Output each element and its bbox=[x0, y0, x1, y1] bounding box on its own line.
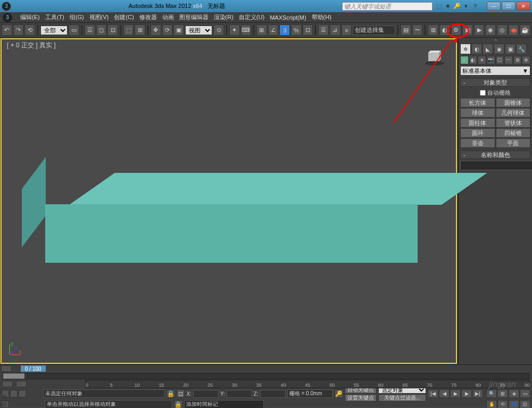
refcoord-dropdown[interactable]: 视图 bbox=[185, 26, 213, 35]
torus-button[interactable]: 圆环 bbox=[460, 128, 495, 138]
nav-fov-button[interactable]: ▭ bbox=[520, 389, 530, 398]
lock-selection-button[interactable]: 🔒 bbox=[167, 389, 175, 398]
menu-group[interactable]: 组(G) bbox=[67, 13, 87, 21]
menu-app-icon[interactable]: 3 bbox=[3, 13, 12, 22]
nav-zoomall-button[interactable]: ⊞ bbox=[497, 389, 508, 398]
objecttype-rollout[interactable]: 对象类型 bbox=[460, 78, 530, 87]
hierarchy-tab[interactable]: ◣ bbox=[483, 44, 493, 54]
goto-end-button[interactable]: ▶| bbox=[472, 389, 483, 398]
teapot-obj-button[interactable]: 茶壶 bbox=[460, 138, 495, 148]
snap-2d-button[interactable]: ⊞ bbox=[256, 24, 267, 36]
rectangle-select-button[interactable]: ◻ bbox=[96, 24, 107, 36]
favorite-icon[interactable]: ★ bbox=[444, 3, 452, 10]
geosphere-button[interactable]: 几何球体 bbox=[496, 108, 531, 118]
rotate-button[interactable]: ⟳ bbox=[162, 24, 173, 36]
window-crossing-button[interactable]: ⊡ bbox=[107, 24, 118, 36]
trackbar-btn1[interactable] bbox=[2, 381, 13, 387]
utilities-tab[interactable]: 🔧 bbox=[516, 44, 527, 54]
select-button[interactable]: ⬚ bbox=[123, 24, 134, 36]
keyboard-shortcut-button[interactable]: ⌨ bbox=[241, 24, 252, 36]
activeshade-button[interactable]: ◎ bbox=[497, 24, 508, 36]
keyfilter-button[interactable]: 关键点过滤器... bbox=[378, 394, 426, 402]
y-input[interactable] bbox=[227, 390, 252, 398]
paint-select-button[interactable]: ⊞ bbox=[135, 24, 145, 36]
menu-modifiers[interactable]: 修改器 bbox=[137, 13, 160, 21]
curve-editor-button[interactable]: 〜 bbox=[412, 24, 423, 36]
autogrid-checkbox[interactable] bbox=[480, 90, 486, 96]
goto-start-button[interactable]: |◀ bbox=[428, 389, 438, 398]
geometry-subtab[interactable]: ○ bbox=[460, 56, 469, 64]
object-name-input[interactable] bbox=[460, 161, 532, 170]
undo-button[interactable]: ↶ bbox=[2, 24, 12, 36]
systems-subtab[interactable]: ⚙ bbox=[513, 56, 522, 64]
menu-grapheditors[interactable]: 图形编辑器 bbox=[177, 13, 211, 21]
infocenter-icon[interactable]: ⬚ bbox=[435, 3, 443, 10]
frame-indicator[interactable]: 0 / 100 bbox=[21, 365, 46, 372]
scroll-up-icon[interactable]: ⌃ bbox=[460, 39, 530, 44]
pivot-button[interactable]: ⊙ bbox=[213, 24, 224, 36]
nav-pan-button[interactable]: ✋ bbox=[486, 400, 497, 408]
minimaxbtn3[interactable] bbox=[19, 390, 26, 397]
menu-tools[interactable]: 工具(T) bbox=[43, 13, 67, 21]
menu-animation[interactable]: 动画 bbox=[160, 13, 177, 21]
menu-customize[interactable]: 自定义(U) bbox=[236, 13, 267, 21]
sphere-button[interactable]: 球体 bbox=[460, 108, 495, 118]
box-button[interactable]: 长方体 bbox=[460, 98, 495, 107]
time-slider[interactable] bbox=[3, 373, 529, 379]
nav-orbit-button[interactable]: ⟲ bbox=[497, 400, 508, 408]
schematic-view-button[interactable]: ⊞ bbox=[428, 24, 438, 36]
menu-help[interactable]: 帮助(H) bbox=[309, 13, 334, 21]
cameras-subtab[interactable]: 📷 bbox=[487, 56, 495, 64]
move-button[interactable]: ✥ bbox=[151, 24, 161, 36]
lock-button2[interactable]: 🔒 bbox=[174, 400, 182, 408]
named-selection-button[interactable]: ☰ bbox=[318, 24, 329, 36]
shapes-subtab[interactable]: ◐ bbox=[469, 56, 478, 64]
nav-walk-button[interactable]: 👣 bbox=[509, 400, 519, 408]
nav-zoomext-button[interactable]: ◈ bbox=[509, 389, 519, 398]
minimaxbtn2[interactable] bbox=[10, 390, 18, 397]
namecolor-rollout[interactable]: 名称和颜色 bbox=[460, 151, 530, 159]
viewport[interactable]: [ + 0 正交 ] 真实 ] z x y bbox=[0, 38, 458, 364]
time-tag-input[interactable]: 添加时间标记 bbox=[184, 400, 264, 408]
plane-button[interactable]: 平面 bbox=[496, 138, 531, 148]
modify-tab[interactable]: ◐ bbox=[471, 44, 482, 54]
snap-percent-button[interactable]: % bbox=[291, 24, 302, 36]
select-object-button[interactable]: ▭ bbox=[69, 24, 79, 36]
play-button[interactable]: ▶ bbox=[450, 389, 461, 398]
close-button[interactable]: ✕ bbox=[517, 2, 530, 11]
script-line-button[interactable]: 所在行: bbox=[2, 401, 9, 408]
help-search-input[interactable] bbox=[342, 2, 433, 11]
nav-maxtoggle-button[interactable]: ⊡ bbox=[520, 400, 530, 408]
snap-3d-button[interactable]: 3 bbox=[279, 24, 290, 36]
cylinder-button[interactable]: 圆柱体 bbox=[460, 118, 495, 128]
redo-button[interactable]: ↷ bbox=[13, 24, 24, 36]
scale-button[interactable]: ▣ bbox=[173, 24, 184, 36]
render-iterative-button[interactable]: ◉ bbox=[485, 24, 496, 36]
spinner-snap-button[interactable]: ⊡ bbox=[303, 24, 313, 36]
selection-filter-dropdown[interactable]: 全部 bbox=[40, 26, 68, 35]
category-dropdown[interactable]: 标准基本体▼ bbox=[460, 66, 530, 76]
help-icon[interactable]: ? bbox=[471, 3, 479, 10]
render-production-button[interactable]: ▶ bbox=[474, 24, 485, 36]
track-toggle-button[interactable] bbox=[1, 365, 12, 372]
prev-frame-button[interactable]: ◀ bbox=[439, 389, 450, 398]
x-input[interactable] bbox=[193, 390, 219, 398]
helpers-subtab[interactable]: ☐ bbox=[496, 56, 504, 64]
snap-angle-button[interactable]: ∠ bbox=[268, 24, 279, 36]
align-button[interactable]: ≡ bbox=[342, 24, 352, 36]
maximize-button[interactable]: ☐ bbox=[502, 2, 516, 11]
menu-create[interactable]: 创建(C) bbox=[111, 13, 136, 21]
z-input[interactable] bbox=[260, 390, 286, 398]
display-tab[interactable]: ▣ bbox=[505, 44, 516, 54]
manipulate-button[interactable]: ✦ bbox=[229, 24, 240, 36]
menu-edit[interactable]: 编辑(E) bbox=[18, 13, 43, 21]
lights-subtab[interactable]: ☀ bbox=[478, 56, 486, 64]
next-frame-button[interactable]: ▶ bbox=[461, 389, 472, 398]
select-by-name-button[interactable]: ☰ bbox=[85, 24, 95, 36]
spacewarps-subtab[interactable]: 〰 bbox=[504, 56, 513, 64]
create-tab[interactable]: ✲ bbox=[460, 44, 471, 54]
menu-rendering[interactable]: 渲染(R) bbox=[211, 13, 236, 21]
trackbar-btn2[interactable] bbox=[16, 381, 27, 387]
layer-button[interactable]: ▤ bbox=[401, 24, 411, 36]
time-ruler[interactable]: 0 5 10 15 20 25 30 35 40 45 50 55 60 65 … bbox=[85, 380, 529, 388]
